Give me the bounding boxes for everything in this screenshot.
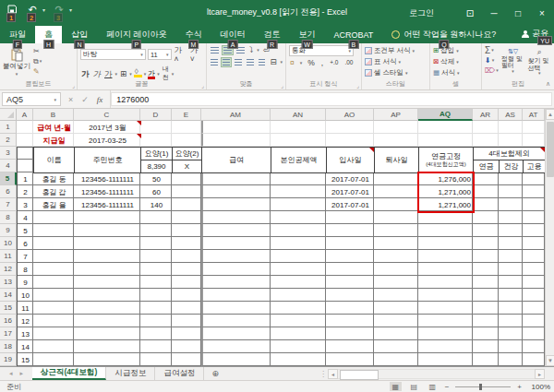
cell-AN17[interactable] [271, 327, 326, 340]
cell-AS17[interactable] [499, 327, 523, 340]
cell-E14[interactable] [172, 289, 201, 302]
align-top-button[interactable] [210, 46, 220, 54]
cell-AQ11[interactable] [418, 250, 473, 263]
number-dialog-launcher[interactable]: ⌟ [356, 82, 359, 89]
cell-E19[interactable] [172, 353, 201, 366]
cell-AN18[interactable] [271, 340, 326, 353]
merge-center-button[interactable]: ⊟ [269, 57, 277, 66]
align-right-button[interactable] [234, 58, 243, 66]
number-format-select[interactable]: 통화▾ [289, 45, 354, 56]
cell-AM14[interactable] [201, 289, 271, 302]
cell-B12[interactable] [33, 263, 74, 276]
name-box[interactable]: AQ5▾ [2, 92, 61, 106]
close-button[interactable]: × [530, 0, 554, 26]
cell-D14[interactable] [140, 289, 172, 302]
vertical-scroll-thumb[interactable] [547, 122, 554, 177]
row-header-4[interactable]: 4 [0, 160, 17, 172]
cell-AN15[interactable] [271, 302, 326, 315]
value-cell-D5[interactable]: 50 [140, 172, 173, 186]
tab-페이지 레이아웃[interactable]: 페이지 레이아웃P [97, 26, 176, 43]
column-header-AS[interactable]: AS [499, 109, 523, 121]
cut-button[interactable]: ✂ [33, 47, 42, 55]
page-break-view-button[interactable]: ▥ [427, 382, 439, 391]
cell-AO10[interactable] [326, 237, 374, 250]
cell-E6[interactable] [172, 185, 201, 198]
value-cell-B3[interactable]: 이름 [33, 147, 75, 173]
font-dialog-launcher[interactable]: ⌟ [201, 82, 204, 89]
row-header-7[interactable]: 7 [0, 198, 17, 211]
share-button[interactable]: 공유 YU [522, 28, 548, 40]
cell-AM11[interactable] [201, 250, 271, 263]
zoom-out-button[interactable]: − [445, 383, 450, 391]
cell-AP9[interactable] [374, 224, 418, 237]
cell-AR7[interactable] [473, 198, 499, 211]
cell-AN1[interactable] [271, 121, 326, 134]
value-cell-AQ3[interactable]: 연금고정(4대보험신고액) [418, 147, 474, 173]
cell-AS18[interactable] [499, 340, 523, 353]
cell-D11[interactable] [140, 250, 172, 263]
bold-button[interactable]: 가 [80, 69, 90, 78]
cell-AP19[interactable] [374, 353, 418, 366]
paste-button[interactable]: 붙여넣기 ▾ [3, 45, 30, 79]
cell-AQ12[interactable] [418, 263, 473, 276]
maximize-button[interactable]: □ [506, 0, 530, 26]
value-cell-A5[interactable]: 1 [17, 172, 34, 186]
cell-AO15[interactable] [326, 302, 374, 315]
scroll-down-arrow[interactable]: ▼ [546, 355, 554, 366]
cell-AR18[interactable] [473, 340, 499, 353]
cell-E12[interactable] [172, 263, 201, 276]
cell-AP17[interactable] [374, 327, 418, 340]
value-cell-AQ5[interactable]: 1,276,000 [418, 172, 474, 186]
minimize-button[interactable]: ─ [482, 0, 506, 26]
cell-AO18[interactable] [326, 340, 374, 353]
cell-D12[interactable] [140, 263, 172, 276]
cell-AR2[interactable] [473, 134, 499, 147]
cell-AT16[interactable] [523, 315, 545, 327]
value-cell-A7[interactable]: 3 [17, 198, 34, 212]
cell-AO11[interactable] [326, 250, 374, 263]
cell-AS19[interactable] [499, 353, 523, 366]
value-cell-B2[interactable]: 지급일 [33, 134, 75, 148]
cell-AR8[interactable] [473, 211, 499, 224]
value-cell-AO6[interactable]: 2017-07-01 [326, 185, 375, 199]
cell-AP8[interactable] [374, 211, 418, 224]
normal-view-button[interactable]: ▦ [390, 382, 402, 391]
scroll-left-arrow[interactable]: ◂ [328, 369, 338, 379]
collapse-ribbon-button[interactable]: ∧ [546, 80, 550, 88]
increase-decimal-button[interactable]: +.0 [329, 59, 339, 66]
delete-cells-button[interactable]: ⊠삭제▾ [433, 56, 478, 66]
column-header-AM[interactable]: AM [201, 109, 271, 121]
cell-AO9[interactable] [326, 224, 374, 237]
align-left-button[interactable] [210, 58, 219, 66]
cell-B19[interactable] [33, 353, 74, 366]
cell-B14[interactable] [33, 289, 74, 302]
cell-AP7[interactable] [374, 198, 418, 211]
cell-AQ13[interactable] [418, 276, 473, 289]
row-header-18[interactable]: 18 [0, 340, 17, 353]
horizontal-scroll-thumb[interactable] [340, 370, 379, 380]
value-cell-A18[interactable]: 14 [17, 340, 34, 354]
cell-AS12[interactable] [499, 263, 523, 276]
scroll-up-arrow[interactable]: ▲ [546, 109, 554, 120]
cell-AN14[interactable] [271, 289, 326, 302]
cell-D16[interactable] [140, 315, 172, 327]
sheet-tab-시급정보[interactable]: 시급정보 [106, 367, 155, 380]
cell-AO8[interactable] [326, 211, 374, 224]
fill-button[interactable]: ⬇▾ [485, 56, 499, 65]
cell-AT19[interactable] [523, 353, 545, 366]
cell-AN12[interactable] [271, 263, 326, 276]
cell-AP2[interactable] [374, 134, 418, 147]
cell-E1[interactable] [172, 121, 201, 134]
cell-AP18[interactable] [374, 340, 418, 353]
cell-D13[interactable] [140, 276, 172, 289]
cell-D10[interactable] [140, 237, 172, 250]
sort-filter-button[interactable]: ⇅▽ 정렬 및 필터▾ [501, 48, 525, 79]
cell-AP16[interactable] [374, 315, 418, 327]
cell-C11[interactable] [74, 250, 140, 263]
value-cell-AM3[interactable]: 급여 [201, 147, 271, 173]
cell-AT13[interactable] [523, 276, 545, 289]
cell-AP15[interactable] [374, 302, 418, 315]
cell-AM17[interactable] [201, 327, 271, 340]
cell-AQ14[interactable] [418, 289, 473, 302]
cell-AO16[interactable] [326, 315, 374, 327]
